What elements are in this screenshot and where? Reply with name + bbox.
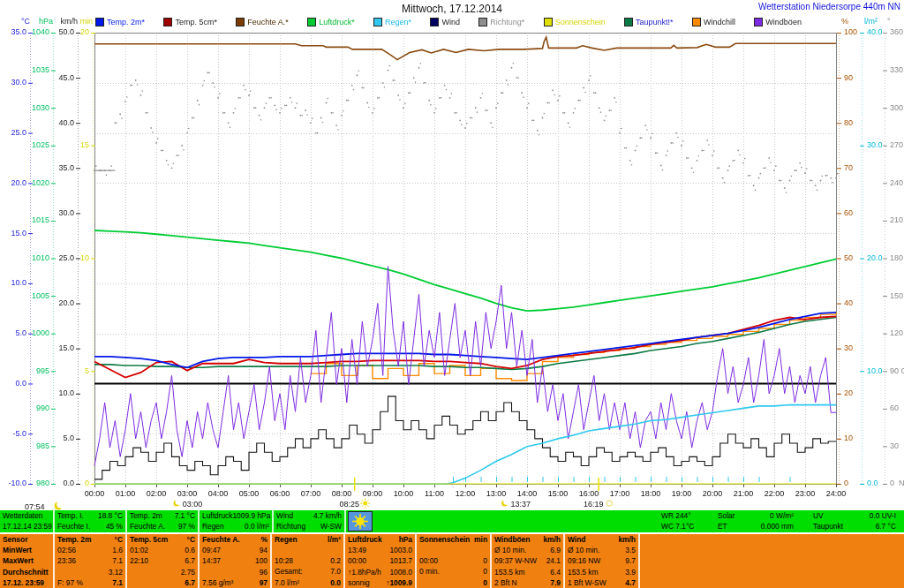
table-cell: Temp. 2m°C bbox=[57, 534, 123, 545]
legend-label: Luftdruck* bbox=[319, 18, 355, 26]
legend-label: Temp. 5cm* bbox=[175, 18, 217, 26]
table-cell: 96 bbox=[202, 567, 267, 577]
status-section: Wind4.7 km/hRichtungW-SW bbox=[274, 510, 346, 532]
legend-swatch-icon bbox=[236, 18, 245, 26]
status-section: Wetterdaten17.12.14 23:59 bbox=[0, 510, 55, 532]
table-cell: 09:4794 bbox=[202, 545, 267, 555]
table-cell: 0 bbox=[419, 577, 487, 588]
table-cell: Ø 10 min.6.9 bbox=[494, 545, 561, 555]
table-cell: 00:000 bbox=[419, 555, 487, 566]
table-cell: 09:16 NW9.7 bbox=[568, 555, 636, 566]
table-row-label: Sensor bbox=[3, 534, 50, 545]
legend-label: Windchill bbox=[704, 18, 735, 26]
table-cell: 2 Bft N7.9 bbox=[494, 577, 561, 588]
status-row: Luftdruck1009.9 hPa bbox=[202, 510, 269, 521]
table-column: Sonnenscheinmin00:0000 min.00 bbox=[417, 534, 492, 588]
table-cell: 00:001013.7 bbox=[348, 555, 412, 566]
table-cell: 01:020.6 bbox=[130, 545, 195, 555]
table-cell: Feuchte A.% bbox=[202, 534, 267, 545]
table-row-label: Durchschnitt bbox=[3, 567, 50, 577]
table-cell: ↑1.8hPa/h1008.0 bbox=[348, 567, 412, 577]
legend-swatch-icon bbox=[478, 18, 487, 26]
table-cell: Windböenkm/h bbox=[494, 534, 561, 545]
legend-swatch-icon bbox=[544, 18, 553, 26]
status-section: Luftdruck1009.9 hPaRegen0.0 l/m² bbox=[200, 510, 274, 532]
table-cell: 1 Bft W-SW4.7 bbox=[568, 577, 636, 588]
legend-swatch-icon bbox=[430, 18, 439, 26]
table-cell: F: 97 %7.1 bbox=[57, 577, 123, 588]
table-column: Windböenkm/hØ 10 min.6.909:37 W-NW24.115… bbox=[492, 534, 565, 588]
status-row: Feuchte I.45 % bbox=[57, 521, 123, 531]
table-cell: 14:37100 bbox=[202, 555, 267, 566]
legend-swatch-icon bbox=[692, 18, 701, 26]
legend-swatch-icon bbox=[373, 18, 382, 26]
table-cell: 13:491003.0 bbox=[348, 545, 412, 555]
table-cell: Regenl/m² bbox=[275, 534, 341, 545]
table-filler bbox=[640, 534, 904, 588]
legend-label: Regen* bbox=[385, 18, 411, 26]
table-cell: 02:561.6 bbox=[57, 545, 123, 555]
legend-label: Richtung* bbox=[490, 18, 524, 26]
table-cell: 23:367.1 bbox=[57, 555, 123, 566]
status-row: Wind4.7 km/h bbox=[276, 510, 342, 521]
legend-label: Sonnenschein bbox=[555, 18, 606, 26]
status-section: Temp. I.18.8 °CFeuchte I.45 % bbox=[55, 510, 127, 532]
legend-label: Feuchte A.* bbox=[247, 18, 289, 26]
table-cell bbox=[275, 545, 341, 555]
legend-swatch-icon bbox=[95, 18, 104, 26]
legend-item: Sonnenschein bbox=[544, 18, 606, 26]
table-cell: 3.12 bbox=[57, 567, 123, 577]
table-column: Temp. 2m°C02:561.623:367.13.12F: 97 %7.1 bbox=[55, 534, 127, 588]
legend-label: Taupunkt!* bbox=[636, 18, 674, 26]
legend-swatch-icon bbox=[754, 18, 763, 26]
table-row-label: MinWert bbox=[3, 545, 50, 555]
table-cell: LuftdruckhPa bbox=[348, 534, 412, 545]
table-row-label: MaxWert bbox=[3, 555, 50, 566]
table-column: Temp. 5cm°C01:020.622:106.72.756.7 bbox=[127, 534, 200, 588]
weather-chart-canvas bbox=[0, 0, 904, 510]
weather-app-window: Mittwoch, 17.12.2014 Wetterstation Niede… bbox=[0, 0, 904, 588]
status-section: Solar0 W/m²ET0.000 mm bbox=[715, 510, 796, 532]
table-cell: Sonnenscheinmin bbox=[419, 534, 487, 545]
legend-item: Feuchte A.* bbox=[236, 18, 289, 26]
status-section: Temp. 2m7.1 °CFeuchte A.97 % bbox=[127, 510, 200, 532]
status-row: Feuchte A.97 % bbox=[130, 521, 195, 531]
legend-label: Temp. 2m* bbox=[107, 18, 145, 26]
legend-swatch-icon bbox=[624, 18, 633, 26]
weather-sun-icon bbox=[348, 511, 373, 531]
table-cell: 2.75 bbox=[130, 567, 195, 577]
legend-swatch-icon bbox=[163, 18, 172, 26]
table-column: LuftdruckhPa13:491003.000:001013.7↑1.8hP… bbox=[345, 534, 417, 588]
legend-swatch-icon bbox=[307, 18, 316, 26]
table-cell: 09:37 W-NW24.1 bbox=[494, 555, 561, 566]
status-row: Temp. I.18.8 °C bbox=[57, 510, 123, 521]
station-name: Wetterstation Niedersorpe 440m NN bbox=[758, 2, 900, 11]
status-section: UV0.0 UV-ITaupunkt6.7 °C bbox=[810, 510, 899, 532]
table-row-labels: SensorMinWertMaxWertDurchschnitt17.12. 2… bbox=[0, 534, 55, 588]
table-column: Regenl/m²10:280.2Gesamt:7.07.0 l/m²0.0 bbox=[272, 534, 345, 588]
sensor-table: SensorMinWertMaxWertDurchschnitt17.12. 2… bbox=[0, 532, 904, 588]
table-row-label: 17.12. 23:59 bbox=[3, 577, 50, 588]
table-cell: 7.56 g/m³97 bbox=[202, 577, 267, 588]
table-cell: Temp. 5cm°C bbox=[130, 534, 195, 545]
legend-item: Windchill bbox=[692, 18, 735, 26]
legend-label: Windböen bbox=[765, 18, 802, 26]
table-cell: Gesamt:7.0 bbox=[275, 566, 341, 577]
status-section: WR 244°WC 7.1°C bbox=[659, 510, 701, 532]
legend-item: Wind bbox=[430, 18, 460, 26]
status-row: RichtungW-SW bbox=[276, 521, 342, 531]
status-bar: Wetterdaten17.12.14 23:59Temp. I.18.8 °C… bbox=[0, 510, 904, 532]
table-column: Feuchte A.%09:479414:37100967.56 g/m³97 bbox=[200, 534, 272, 588]
legend-item: Luftdruck* bbox=[307, 18, 355, 26]
table-cell: 153.5 km3.9 bbox=[568, 567, 636, 577]
table-cell: 22:106.7 bbox=[130, 555, 195, 566]
legend-item: Taupunkt!* bbox=[624, 18, 674, 26]
table-cell: sonnig↑1009.9 bbox=[348, 577, 412, 588]
table-cell: 10:280.2 bbox=[275, 555, 341, 566]
table-cell bbox=[419, 545, 487, 555]
table-cell: 7.0 l/m²0.0 bbox=[275, 577, 341, 588]
legend-item: Temp. 2m* bbox=[95, 18, 145, 26]
table-cell: Ø 10 min.3.5 bbox=[568, 545, 636, 555]
status-row: Temp. 2m7.1 °C bbox=[130, 510, 195, 521]
legend-item: Richtung* bbox=[478, 18, 524, 26]
